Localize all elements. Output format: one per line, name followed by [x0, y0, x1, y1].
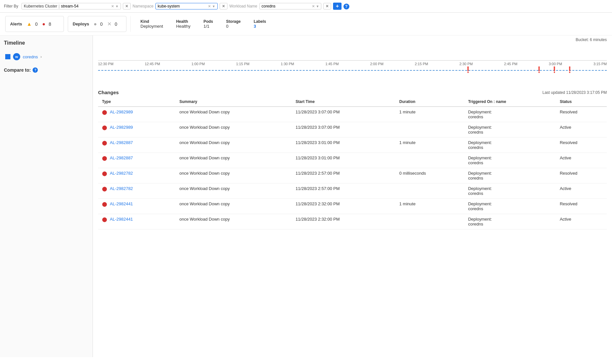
time-axis: 12:30 PM12:45 PM1:00 PM1:15 PM1:30 PM1:4…: [98, 60, 607, 66]
error-dot-icon: ⬤: [102, 186, 107, 191]
table-cell-status: Resolved: [556, 199, 607, 214]
alert-link[interactable]: AL-2982441: [110, 201, 133, 206]
labels-value[interactable]: 3: [254, 24, 256, 29]
info-kind: Kind Deployment: [140, 19, 163, 29]
timeline-alert-icon[interactable]: ❗: [464, 66, 472, 73]
filter-cluster-input[interactable]: [61, 4, 110, 8]
time-label: 2:45 PM: [504, 62, 517, 66]
compare-to-label: Compare to: ?: [4, 67, 89, 73]
filter-workload-clear[interactable]: ✕: [312, 4, 315, 8]
table-cell-triggered-on: Deployment: coredns: [464, 138, 556, 153]
table-cell-triggered-on: Deployment: coredns: [464, 183, 556, 199]
table-cell-type: ⬤AL-2982887: [98, 138, 176, 153]
table-cell-start-time: 11/28/2023 3:07:00 PM: [292, 122, 395, 138]
filter-namespace-close-button[interactable]: ✕: [220, 3, 227, 9]
table-cell-duration: 0 milliseconds: [395, 168, 464, 183]
table-cell-type: ⬤AL-2982441: [98, 214, 176, 229]
table-cell-summary: once Workload Down copy: [176, 153, 292, 168]
table-cell-triggered-on: Deployment: coredns: [464, 107, 556, 122]
table-cell-status: Active: [556, 122, 607, 138]
alert-link[interactable]: AL-2982989: [110, 125, 133, 130]
deploy-x-icon: ✕: [107, 21, 111, 27]
sidebar-sq-icon: [5, 54, 10, 59]
table-cell-duration: [395, 153, 464, 168]
alert-link[interactable]: AL-2982441: [110, 217, 133, 222]
health-value: Healthy: [176, 24, 190, 29]
table-cell-summary: once Workload Down copy: [176, 138, 292, 153]
filter-add-button[interactable]: +: [333, 3, 341, 10]
alert-link[interactable]: AL-2982989: [110, 109, 133, 114]
alert-link[interactable]: AL-2982887: [110, 140, 133, 145]
time-label: 1:00 PM: [191, 62, 205, 66]
alert-link[interactable]: AL-2982782: [110, 186, 133, 191]
filter-by-label: Filter By: [4, 4, 18, 8]
filter-cluster-clear[interactable]: ✕: [111, 4, 114, 8]
table-cell-start-time: 11/28/2023 2:57:00 PM: [292, 183, 395, 199]
filter-workload-close-button[interactable]: ✕: [323, 3, 331, 9]
error-icon: ●: [42, 21, 46, 27]
table-cell-triggered-on: Deployment: coredns: [464, 122, 556, 138]
time-label: 12:45 PM: [145, 62, 160, 66]
deploys-label: Deploys: [73, 22, 89, 26]
table-body: ⬤AL-2982989once Workload Down copy11/28/…: [98, 107, 607, 229]
filter-help-button[interactable]: ?: [343, 3, 349, 9]
sidebar-item-coredns[interactable]: w coredns ›: [4, 51, 89, 62]
table-cell-triggered-on: Deployment: coredns: [464, 199, 556, 214]
alerts-card: Alerts ▲ 0 ● 8: [5, 16, 64, 32]
filter-bar: Filter By Kubernetes Cluster | ✕ ▼ ✕ Nam…: [0, 0, 612, 13]
pods-value: 1/1: [203, 24, 209, 29]
table-cell-type: ⬤AL-2982441: [98, 199, 176, 214]
filter-namespace-input[interactable]: [158, 4, 207, 8]
changes-table: TypeSummaryStart TimeDurationTriggered O…: [98, 97, 607, 229]
timeline-alert-icon[interactable]: ❗: [535, 66, 543, 73]
alerts-label: Alerts: [10, 22, 22, 26]
alert-link[interactable]: AL-2982887: [110, 155, 133, 160]
deploy-ok-icon: ●: [94, 21, 97, 27]
error-dot-icon: ⬤: [102, 109, 107, 115]
filter-workload-arrow[interactable]: ▼: [316, 5, 319, 8]
filter-namespace-arrow[interactable]: ▼: [212, 5, 215, 8]
sidebar-item-name: coredns: [23, 54, 38, 59]
table-row: ⬤AL-2982887once Workload Down copy11/28/…: [98, 138, 607, 153]
deploys-card: Deploys ● 0 ✕ 0: [68, 16, 126, 32]
table-row: ⬤AL-2982441once Workload Down copy11/28/…: [98, 214, 607, 229]
info-labels: Labels 3: [254, 19, 266, 29]
table-col-header: Duration: [395, 97, 464, 107]
table-cell-status: Resolved: [556, 168, 607, 183]
storage-value: 0: [226, 24, 228, 29]
table-row: ⬤AL-2982782once Workload Down copy11/28/…: [98, 168, 607, 183]
timeline-title: Timeline: [4, 40, 89, 46]
timeline-alert-icon[interactable]: ❗: [551, 66, 558, 73]
error-dot-icon: ⬤: [102, 155, 107, 161]
info-pods: Pods 1/1: [203, 19, 213, 29]
filter-cluster-sep: |: [59, 4, 60, 8]
table-row: ⬤AL-2982989once Workload Down copy11/28/…: [98, 122, 607, 138]
storage-label: Storage: [226, 19, 241, 24]
deploys-ok-count: 0: [100, 22, 103, 27]
compare-help-icon[interactable]: ?: [33, 67, 38, 73]
table-cell-start-time: 11/28/2023 2:32:00 PM: [292, 214, 395, 229]
table-cell-status: Resolved: [556, 138, 607, 153]
filter-namespace-clear[interactable]: ✕: [208, 4, 211, 8]
table-col-header: Summary: [176, 97, 292, 107]
table-cell-triggered-on: Deployment: coredns: [464, 168, 556, 183]
table-cell-status: Active: [556, 214, 607, 229]
error-dot-icon: ⬤: [102, 217, 107, 222]
table-header-row: TypeSummaryStart TimeDurationTriggered O…: [98, 97, 607, 107]
table-col-header: Status: [556, 97, 607, 107]
sidebar-item-chevron: ›: [40, 55, 42, 59]
alert-link[interactable]: AL-2982782: [110, 171, 133, 176]
main-layout: Timeline w coredns › Compare to: ? Bucke…: [0, 36, 612, 357]
filter-cluster-arrow[interactable]: ▼: [115, 5, 119, 8]
error-dot-icon: ⬤: [102, 201, 107, 207]
timeline-alert-icon[interactable]: ❗: [566, 66, 573, 73]
filter-namespace-label: Namespace: [133, 4, 153, 8]
filter-tag-workload: ✕ ▼: [259, 3, 322, 9]
timeline-dashed-line: [98, 70, 607, 71]
filter-cluster-close-button[interactable]: ✕: [123, 3, 131, 9]
filter-workload-input[interactable]: [262, 4, 311, 8]
filter-tag-cluster: Kubernetes Cluster | ✕ ▼: [22, 3, 121, 9]
table-cell-type: ⬤AL-2982887: [98, 153, 176, 168]
table-cell-start-time: 11/28/2023 2:32:00 PM: [292, 199, 395, 214]
table-row: ⬤AL-2982887once Workload Down copy11/28/…: [98, 153, 607, 168]
